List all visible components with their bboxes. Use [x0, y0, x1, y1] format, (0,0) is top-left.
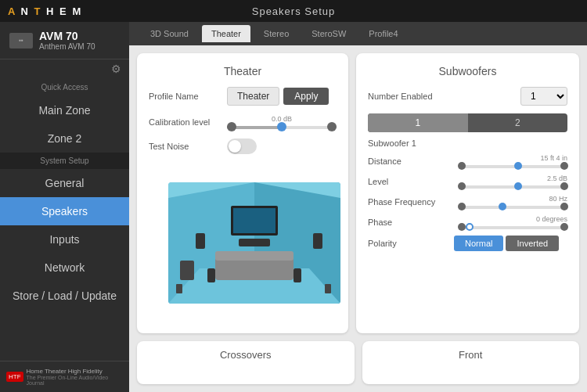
svg-rect-8: [196, 233, 205, 249]
room-svg: [168, 182, 340, 304]
tab-3d-sound[interactable]: 3D Sound: [141, 25, 198, 42]
svg-rect-10: [239, 239, 270, 246]
distance-value: 15 ft 4 in: [540, 154, 567, 162]
apply-button[interactable]: Apply: [283, 88, 329, 105]
crossovers-title: Crossovers: [220, 349, 272, 361]
device-model: Anthem AVM 70: [39, 42, 95, 51]
profile-name-label: Profile Name: [149, 92, 227, 101]
phase-freq-slider[interactable]: 80 Hz: [459, 195, 567, 209]
bottom-panels: Crossovers Front: [129, 341, 587, 392]
main-panels: Theater Profile Name Theater Apply Calib…: [129, 45, 587, 341]
svg-rect-5: [215, 251, 294, 261]
phase-slider[interactable]: 0 degrees: [459, 215, 567, 229]
polarity-label: Polarity: [368, 239, 454, 248]
sub-tabs: 1 2: [368, 113, 567, 132]
phase-value: 0 degrees: [536, 215, 567, 223]
sub-section-label: Subwoofer 1: [368, 138, 567, 148]
distance-label: Distance: [368, 156, 454, 166]
tab-bar: 3D Sound Theater Stereo SteroSW Profile4: [129, 22, 587, 45]
subwoofer-card: Subwoofers Number Enabled 1 2 1 2 Subwoo…: [356, 53, 579, 333]
svg-rect-15: [325, 284, 331, 293]
polarity-row: Polarity Normal Inverted: [368, 236, 567, 251]
device-name: AVM 70: [39, 30, 95, 42]
level-slider[interactable]: 2.5 dB: [459, 174, 567, 189]
phase-freq-label: Phase Frequency: [368, 197, 454, 207]
bottom-logo-name: Home Theater High Fidelity: [27, 368, 123, 375]
crossovers-card: Crossovers: [137, 341, 355, 384]
tab-stereosw[interactable]: SteroSW: [302, 25, 355, 42]
logo-badge: HTF: [6, 372, 23, 382]
polarity-normal-button[interactable]: Normal: [454, 236, 503, 251]
settings-icon[interactable]: ⚙: [111, 63, 121, 75]
page-header-title: Speakers Setup: [252, 5, 336, 17]
distance-slider[interactable]: 15 ft 4 in: [459, 154, 567, 168]
sidebar-item-general[interactable]: General: [0, 169, 129, 197]
front-title: Front: [459, 349, 482, 361]
sidebar-item-network[interactable]: Network: [0, 254, 129, 282]
anthem-logo: A N T H E M: [8, 5, 82, 17]
test-noise-label: Test Noise: [149, 142, 227, 151]
tab-theater[interactable]: Theater: [202, 25, 250, 42]
test-noise-toggle[interactable]: [227, 138, 257, 154]
svg-rect-14: [176, 284, 182, 293]
test-noise-row: Test Noise: [149, 138, 337, 154]
theater-card: Theater Profile Name Theater Apply Calib…: [137, 53, 348, 333]
theater-room-image: [168, 182, 340, 304]
svg-rect-11: [180, 261, 194, 280]
theater-card-title: Theater: [149, 65, 337, 77]
slider-left-thumb: [227, 122, 236, 131]
svg-rect-9: [313, 233, 322, 249]
tab-profile4[interactable]: Profile4: [359, 25, 407, 42]
calibration-slider[interactable]: 0.0 dB: [227, 115, 337, 129]
svg-rect-12: [207, 268, 215, 282]
sub-tab-1[interactable]: 1: [368, 113, 468, 132]
phase-freq-row: Phase Frequency 80 Hz: [368, 195, 567, 209]
sidebar-item-inputs[interactable]: Inputs: [0, 225, 129, 254]
subwoofer-card-title: Subwoofers: [368, 65, 567, 77]
toggle-knob: [229, 140, 241, 153]
profile-name-row: Profile Name Theater Apply: [149, 87, 337, 106]
number-enabled-select[interactable]: 1 2: [520, 87, 567, 106]
sidebar: ▪▪ AVM 70 Anthem AVM 70 ⚙ Quick Access M…: [0, 22, 129, 392]
front-card: Front: [362, 341, 580, 384]
number-enabled-row: Number Enabled 1 2: [368, 87, 567, 106]
polarity-inverted-button[interactable]: Inverted: [506, 236, 559, 251]
calibration-label: Calibration level: [149, 117, 227, 127]
distance-row: Distance 15 ft 4 in: [368, 154, 567, 168]
sidebar-bottom: HTF Home Theater High Fidelity The Premi…: [0, 361, 129, 392]
level-value: 2.5 dB: [547, 174, 567, 182]
bottom-logo-tagline: The Premier On-Line Audio/Video Journal: [27, 375, 123, 386]
content-area: 3D Sound Theater Stereo SteroSW Profile4…: [129, 22, 587, 392]
phase-label: Phase: [368, 218, 454, 227]
profile-name-button[interactable]: Theater: [227, 87, 279, 106]
sidebar-item-main-zone[interactable]: Main Zone: [0, 96, 129, 124]
level-row: Level 2.5 dB: [368, 174, 567, 189]
phase-freq-value: 80 Hz: [549, 195, 567, 203]
slider-right-thumb: [327, 122, 337, 131]
svg-rect-13: [294, 268, 301, 282]
device-info: ▪▪ AVM 70 Anthem AVM 70: [0, 22, 129, 59]
tab-stereo[interactable]: Stereo: [254, 25, 298, 42]
calibration-row: Calibration level 0.0 dB: [149, 115, 337, 129]
phase-row: Phase 0 degrees: [368, 215, 567, 229]
svg-rect-7: [233, 208, 275, 233]
device-icon: ▪▪: [9, 33, 33, 49]
sub-tab-2[interactable]: 2: [468, 113, 568, 132]
system-setup-divider: System Setup: [0, 153, 129, 169]
sidebar-item-zone-2[interactable]: Zone 2: [0, 124, 129, 153]
slider-mid-thumb[interactable]: [277, 122, 286, 131]
sidebar-item-store-load-update[interactable]: Store / Load / Update: [0, 282, 129, 310]
number-enabled-label: Number Enabled: [368, 92, 513, 101]
level-label: Level: [368, 177, 454, 186]
sidebar-item-speakers[interactable]: Speakers: [0, 197, 129, 225]
quick-access-label: Quick Access: [0, 78, 129, 96]
